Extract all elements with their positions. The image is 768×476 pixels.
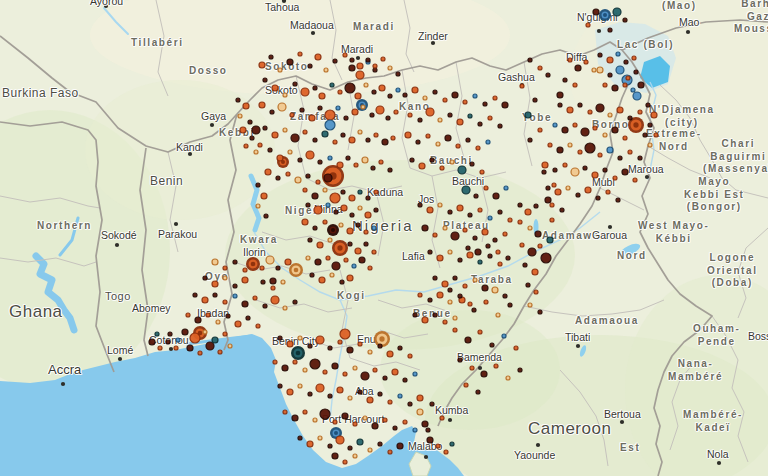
city-dot bbox=[597, 29, 601, 33]
city-dot bbox=[478, 366, 482, 370]
city-dot bbox=[686, 30, 690, 34]
city-dot bbox=[210, 123, 214, 127]
city-dot bbox=[431, 41, 435, 45]
city-dot bbox=[118, 357, 122, 361]
city-dot bbox=[104, 4, 108, 8]
city-dot bbox=[717, 461, 721, 465]
map-canvas[interactable]: Burkina FasoGhanaBeninTogoNigeriaCameroo… bbox=[0, 0, 768, 476]
city-dot bbox=[645, 175, 649, 179]
city-dot bbox=[188, 152, 192, 156]
city-dot bbox=[620, 420, 624, 424]
city-dot bbox=[576, 344, 580, 348]
city-dot bbox=[424, 455, 428, 459]
city-dot bbox=[311, 31, 315, 35]
city-dot bbox=[448, 418, 452, 422]
city-dot bbox=[608, 225, 612, 229]
city-dot bbox=[61, 382, 65, 386]
city-dot bbox=[115, 243, 119, 247]
city-dot bbox=[520, 83, 524, 87]
city-dot bbox=[174, 222, 178, 226]
city-dot bbox=[536, 443, 540, 447]
city-dot bbox=[356, 56, 360, 60]
city-dot bbox=[169, 347, 173, 351]
base-map-layer bbox=[0, 0, 768, 476]
